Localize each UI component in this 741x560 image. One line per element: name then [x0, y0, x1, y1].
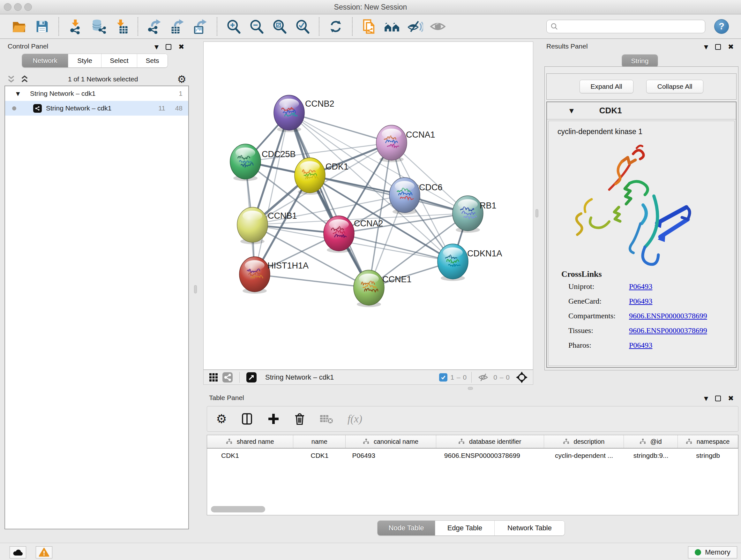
close-panel-icon[interactable]: ✖: [728, 394, 734, 402]
panel-menu-icon[interactable]: ▼: [704, 44, 708, 50]
show-columns-icon[interactable]: [240, 412, 254, 426]
column-header-description[interactable]: description: [544, 435, 624, 448]
network-row[interactable]: String Network – cdk1 11 48: [5, 101, 188, 116]
tab-select[interactable]: Select: [101, 54, 137, 67]
network-canvas[interactable]: CCNB2CCNA1CDC25BCDK1CDC6RB1CCNB1CCNA2CDK…: [203, 42, 533, 370]
crosslink-row: GeneCard:P06493: [549, 294, 734, 308]
zoom-fit-button[interactable]: [271, 17, 288, 36]
save-session-button[interactable]: [33, 17, 51, 36]
results-entry-header[interactable]: ▼ CDK1: [547, 102, 736, 119]
panel-menu-icon[interactable]: ▼: [154, 44, 158, 50]
column-header-label: description: [574, 438, 605, 445]
collection-expander-icon[interactable]: ▼: [16, 91, 20, 97]
string-home-button[interactable]: [383, 17, 401, 36]
crosslink-value-link[interactable]: P06493: [629, 341, 652, 350]
warnings-button[interactable]: [36, 546, 52, 558]
export-image-button[interactable]: [192, 17, 209, 36]
crosslink-value-link[interactable]: 9606.ENSP00000378699: [629, 326, 707, 335]
open-in-window-icon[interactable]: [246, 372, 257, 383]
open-session-button[interactable]: [10, 17, 28, 36]
network-options-gear-icon[interactable]: ⚙: [177, 73, 186, 85]
tab-sets[interactable]: Sets: [137, 54, 167, 67]
results-entry-cdk1: ▼ CDK1 cyclin-dependent kinase 1: [546, 102, 737, 368]
hide-glass-layer-button[interactable]: [406, 17, 423, 36]
import-network-button[interactable]: [67, 17, 84, 36]
fit-content-crosshair-icon[interactable]: [516, 371, 528, 383]
column-header-canonical-name[interactable]: canonical name: [346, 435, 436, 448]
table-cell[interactable]: CDK1: [207, 452, 293, 459]
network-collection-row[interactable]: ▼ String Network – cdk1 1: [5, 86, 188, 101]
tab-string[interactable]: String: [622, 55, 658, 67]
panel-menu-icon[interactable]: ▼: [704, 395, 708, 401]
left-splitter-handle[interactable]: [194, 285, 197, 294]
column-header--id[interactable]: @id: [624, 435, 678, 448]
table-cell[interactable]: stringdb:9...: [624, 452, 678, 459]
export-table-button[interactable]: [169, 17, 186, 36]
selected-items-checkbox[interactable]: [439, 373, 448, 381]
zoom-in-button[interactable]: [225, 17, 242, 36]
tab-edge-table[interactable]: Edge Table: [435, 521, 494, 536]
export-network-button[interactable]: [146, 17, 163, 36]
column-header-shared-name[interactable]: shared name: [207, 435, 293, 448]
search-input[interactable]: [561, 23, 701, 30]
bottom-splitter-handle[interactable]: [468, 387, 473, 390]
memory-button[interactable]: Memory: [688, 546, 737, 558]
refresh-layout-button[interactable]: [327, 17, 344, 36]
table-cell[interactable]: stringdb: [678, 452, 738, 459]
control-panel-title: Control Panel: [8, 43, 48, 50]
column-header-name[interactable]: name: [293, 435, 346, 448]
network-edge-HIST1H1A-CCNE1[interactable]: [255, 274, 369, 288]
collapse-all-icon[interactable]: [6, 74, 16, 84]
table-cell[interactable]: CDK1: [293, 452, 346, 459]
control-panel-tabs: Network Style Select Sets: [22, 54, 168, 68]
column-header-database-identifier[interactable]: database identifier: [436, 435, 544, 448]
tab-network[interactable]: Network: [22, 54, 68, 67]
birds-eye-grid-icon[interactable]: [209, 373, 218, 382]
table-row[interactable]: CDK1CDK1P064939606.ENSP00000378699cyclin…: [207, 449, 738, 462]
close-panel-icon[interactable]: ✖: [179, 43, 184, 51]
copy-network-button[interactable]: [360, 17, 378, 36]
expand-all-icon[interactable]: [20, 74, 29, 84]
right-splitter-handle[interactable]: [536, 209, 538, 217]
expand-all-button[interactable]: Expand All: [580, 80, 633, 93]
float-panel-icon[interactable]: [165, 44, 172, 50]
network-edge-CCNA1-CCNE1[interactable]: [369, 143, 392, 288]
close-panel-icon[interactable]: ✖: [728, 43, 734, 51]
table-options-gear-icon[interactable]: ⚙: [216, 412, 227, 426]
zoom-out-icon: [249, 18, 265, 35]
zoom-out-button[interactable]: [248, 17, 265, 36]
column-header-label: canonical name: [374, 438, 418, 445]
table-cell[interactable]: cyclin-dependent ...: [544, 452, 624, 459]
collapse-all-button[interactable]: Collapse All: [646, 80, 704, 93]
table-cell[interactable]: P06493: [346, 452, 436, 459]
help-button[interactable]: ?: [714, 19, 729, 34]
delete-column-trash-icon[interactable]: [293, 412, 306, 426]
search-box[interactable]: [546, 20, 705, 33]
float-panel-icon[interactable]: [715, 395, 721, 401]
network-tree: ▼ String Network – cdk1 1 String Network…: [4, 85, 189, 530]
crosslink-value-link[interactable]: P06493: [629, 297, 652, 306]
show-glass-layer-button[interactable]: [429, 17, 447, 36]
database-icon: [90, 18, 106, 35]
column-header-namespace[interactable]: namespace: [678, 435, 738, 448]
column-header-label: namespace: [697, 438, 730, 445]
tab-network-table[interactable]: Network Table: [494, 521, 564, 536]
crosslink-value-link[interactable]: P06493: [629, 282, 652, 291]
horizontal-scrollbar[interactable]: [211, 506, 265, 512]
zoom-selected-button[interactable]: [294, 17, 311, 36]
cloud-status-button[interactable]: [10, 546, 26, 558]
network-edge-CCNB2-HIST1H1A[interactable]: [255, 113, 289, 274]
network-edge-CCNB2-CCNA1[interactable]: [289, 113, 392, 143]
create-column-plus-icon[interactable]: [267, 413, 280, 425]
entry-expander-icon[interactable]: ▼: [569, 107, 574, 114]
float-panel-icon[interactable]: [715, 44, 721, 50]
table-cell[interactable]: 9606.ENSP00000378699: [436, 452, 544, 459]
import-network-from-database-button[interactable]: [90, 17, 107, 36]
crosslink-value-link[interactable]: 9606.ENSP00000378699: [629, 312, 707, 320]
tab-style[interactable]: Style: [68, 54, 101, 67]
import-table-button[interactable]: [113, 17, 130, 36]
network-edge-CDK1-RB1[interactable]: [310, 175, 468, 213]
node-table[interactable]: shared namenamecanonical namedatabase id…: [207, 435, 738, 515]
network-label: String Network – cdk1: [46, 105, 111, 112]
tab-node-table[interactable]: Node Table: [378, 521, 435, 536]
